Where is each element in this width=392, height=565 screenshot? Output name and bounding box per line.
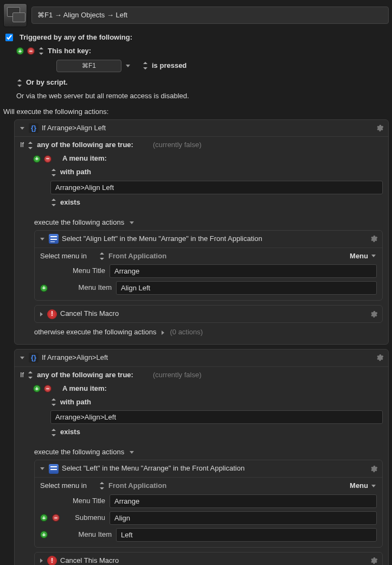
menu-path-input[interactable] xyxy=(50,410,383,424)
if-icon: {} xyxy=(29,353,38,363)
add-menu-level-button[interactable]: + xyxy=(40,284,48,292)
menu-item-field-label: Menu Item xyxy=(63,283,112,293)
submenu-input[interactable] xyxy=(110,511,377,525)
macro-icon xyxy=(3,3,27,27)
add-condition-button[interactable]: + xyxy=(33,385,41,392)
remove-trigger-button[interactable]: − xyxy=(27,47,35,55)
gear-icon[interactable] xyxy=(369,310,378,319)
gear-icon[interactable] xyxy=(375,353,384,362)
if-action-block-1: {} If Arrange>Align Left If any of the f… xyxy=(14,119,389,345)
with-path-label: with path xyxy=(60,397,91,408)
chevron-right-icon[interactable] xyxy=(162,331,164,335)
execute-following-label: execute the following actions xyxy=(34,218,124,228)
hotkey-dropdown-icon[interactable] xyxy=(126,65,130,67)
gear-icon[interactable] xyxy=(369,465,378,473)
macro-title-field[interactable]: ⌘F1 → Align Objects → Left xyxy=(31,7,389,24)
if-block-title: If Arrange>Align Left xyxy=(42,123,106,134)
currently-false-label: (currently false) xyxy=(153,370,202,380)
menu-title-label: Menu Title xyxy=(56,266,105,276)
exists-stepper[interactable] xyxy=(50,429,57,436)
gear-icon[interactable] xyxy=(369,234,378,243)
select-menu-title: Select "Left" in the Menu "Arrange" in t… xyxy=(62,464,245,474)
will-execute-header: Will execute the following actions: xyxy=(3,107,389,117)
if-block-title: If Arrange>Align>Left xyxy=(42,353,108,363)
otherwise-label: otherwise execute the following actions xyxy=(34,327,156,338)
condition-mode-stepper[interactable] xyxy=(27,142,34,149)
gear-icon[interactable] xyxy=(375,124,384,132)
front-app-label: Front Application xyxy=(108,251,166,262)
menu-picker-button[interactable]: Menu xyxy=(350,251,377,262)
trigger-type-stepper[interactable] xyxy=(38,47,44,55)
menu-path-input[interactable] xyxy=(50,181,383,194)
chevron-down-icon xyxy=(371,255,376,257)
menu-action-icon xyxy=(49,234,59,244)
if-word: If xyxy=(20,370,24,380)
disclosure-icon[interactable] xyxy=(20,357,24,359)
remove-condition-button[interactable]: − xyxy=(44,155,52,163)
select-menu-in-label: Select menu in xyxy=(40,251,87,262)
add-menu-level-button[interactable]: + xyxy=(40,514,48,522)
execute-following-label: execute the following actions xyxy=(34,447,124,458)
is-pressed-label: is pressed xyxy=(152,61,187,71)
exists-label: exists xyxy=(60,427,80,437)
submenu-label: Submenu xyxy=(64,513,105,523)
script-trigger-stepper[interactable] xyxy=(16,79,23,87)
menu-item-field-label: Menu Item xyxy=(63,530,112,540)
with-path-stepper[interactable] xyxy=(50,398,57,406)
select-menu-title: Select "Align Left" in the Menu "Arrange… xyxy=(62,234,262,244)
menu-picker-button[interactable]: Menu xyxy=(350,481,377,491)
exists-stepper[interactable] xyxy=(50,199,57,206)
add-condition-button[interactable]: + xyxy=(33,155,41,163)
if-action-block-2: {} If Arrange>Align>Left If any of the f… xyxy=(14,349,389,565)
exists-label: exists xyxy=(60,198,80,208)
zero-actions-label: (0 actions) xyxy=(170,327,203,338)
add-trigger-button[interactable]: + xyxy=(16,47,24,55)
menu-title-input[interactable] xyxy=(110,494,377,508)
remove-menu-level-button[interactable]: − xyxy=(52,514,60,522)
disclosure-icon[interactable] xyxy=(40,312,43,316)
triggered-label: Triggered by any of the following: xyxy=(20,33,132,43)
cancel-icon: ! xyxy=(47,556,57,565)
gear-icon[interactable] xyxy=(369,556,378,565)
cancel-icon: ! xyxy=(47,309,57,319)
any-true-label: any of the following are true: xyxy=(37,140,133,150)
app-target-stepper[interactable] xyxy=(99,482,105,490)
select-menu-in-label: Select menu in xyxy=(40,481,87,491)
menu-title-input[interactable] xyxy=(110,264,377,278)
remove-condition-button[interactable]: − xyxy=(44,385,52,392)
currently-false-label: (currently false) xyxy=(153,140,202,150)
cancel-macro-label: Cancel This Macro xyxy=(60,309,119,319)
any-true-label: any of the following are true: xyxy=(37,370,133,380)
disclosure-icon[interactable] xyxy=(20,127,24,130)
menu-item-label: A menu item: xyxy=(62,154,107,164)
if-word: If xyxy=(20,140,24,150)
cancel-macro-label: Cancel This Macro xyxy=(60,556,119,565)
chevron-down-icon[interactable] xyxy=(130,451,134,454)
menu-title-label: Menu Title xyxy=(56,496,105,506)
press-mode-stepper[interactable] xyxy=(142,62,149,69)
triggered-checkbox[interactable] xyxy=(5,34,13,41)
chevron-down-icon[interactable] xyxy=(130,221,134,224)
front-app-label: Front Application xyxy=(108,481,166,491)
menu-item-label: A menu item: xyxy=(62,384,107,394)
with-path-stepper[interactable] xyxy=(50,169,57,176)
or-web-label: Or via the web server but all remote acc… xyxy=(16,91,189,101)
select-menu-action-1: Select "Align Left" in the Menu "Arrange… xyxy=(34,230,383,301)
disclosure-icon[interactable] xyxy=(40,238,44,240)
with-path-label: with path xyxy=(60,167,91,177)
app-target-stepper[interactable] xyxy=(99,252,105,260)
if-icon: {} xyxy=(29,123,38,133)
menu-item-input[interactable] xyxy=(116,281,377,295)
select-menu-action-2: Select "Left" in the Menu "Arrange" in t… xyxy=(34,460,383,548)
chevron-down-icon xyxy=(371,485,376,487)
hotkey-label: This hot key: xyxy=(48,46,91,56)
menu-item-input[interactable] xyxy=(116,528,377,542)
menu-action-icon xyxy=(49,464,59,474)
cancel-macro-action-2: ! Cancel This Macro xyxy=(34,552,383,565)
add-menu-level-button[interactable]: + xyxy=(40,531,48,538)
hotkey-field[interactable]: ⌘F1 xyxy=(56,60,121,72)
disclosure-icon[interactable] xyxy=(40,467,44,470)
disclosure-icon[interactable] xyxy=(40,558,43,563)
condition-mode-stepper[interactable] xyxy=(27,371,34,379)
or-script-label: Or by script. xyxy=(26,78,68,88)
